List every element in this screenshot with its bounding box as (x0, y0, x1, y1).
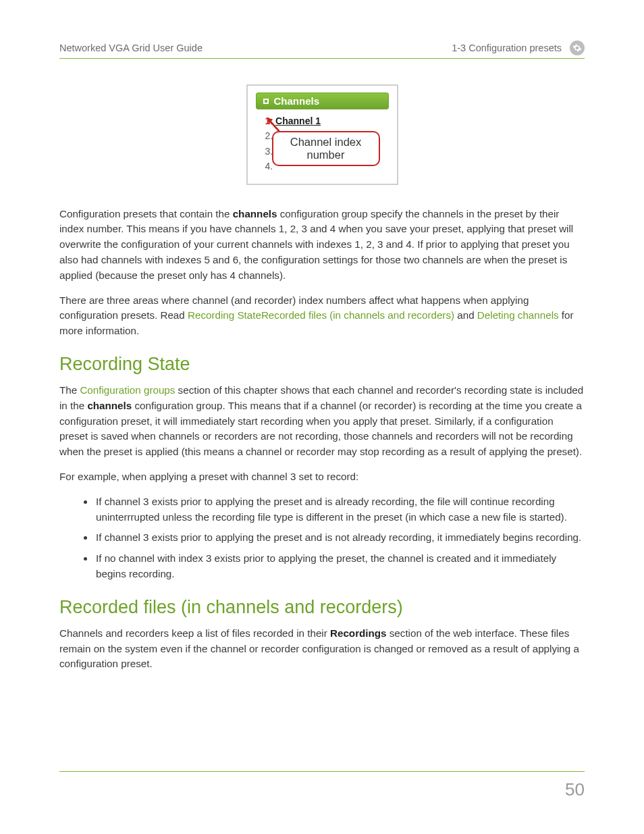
callout-box: Channel index number (272, 131, 380, 166)
paragraph-4: For example, when applying a preset with… (59, 469, 585, 485)
body-content: Configuration presets that contain the c… (59, 207, 585, 673)
bold-channels-1: channels (233, 208, 277, 219)
link-recorded-files[interactable]: Recorded files (in channels and recorder… (261, 309, 454, 321)
bold-channels-2: channels (87, 400, 132, 411)
link-deleting-channels[interactable]: Deleting channels (477, 309, 559, 321)
gear-icon (570, 41, 585, 55)
link-configuration-groups[interactable]: Configuration groups (80, 384, 175, 396)
example-bullet-list: If channel 3 exists prior to applying th… (59, 494, 585, 582)
channels-figure: Channels 1. Channel 1 2. 3. 4. Channel i… (246, 84, 398, 185)
paragraph-1: Configuration presets that contain the c… (59, 207, 585, 284)
paragraph-3: The Configuration groups section of this… (59, 383, 585, 460)
bold-recordings: Recordings (330, 627, 387, 639)
link-recording-state[interactable]: Recording State (188, 309, 261, 321)
paragraph-2: There are three areas where channel (and… (59, 293, 585, 339)
header-right-wrap: 1-3 Configuration presets (452, 41, 585, 55)
figure-wrap: Channels 1. Channel 1 2. 3. 4. Channel i… (59, 84, 585, 185)
page-header: Networked VGA Grid User Guide 1-3 Config… (59, 41, 585, 59)
channels-header-bar: Channels (256, 93, 389, 109)
footer-rule (59, 771, 585, 772)
heading-recorded-files: Recorded files (in channels and recorder… (59, 597, 585, 618)
square-bullet-icon (263, 99, 269, 104)
channels-header-label: Channels (274, 95, 320, 107)
paragraph-5: Channels and recorders keep a list of fi… (59, 626, 585, 672)
list-item: If channel 3 exists prior to applying th… (95, 530, 585, 546)
heading-recording-state: Recording State (59, 354, 585, 375)
channels-list: 1. Channel 1 2. 3. 4. Channel index numb… (256, 109, 389, 174)
channel-index-4: 4. (265, 161, 273, 172)
page-number: 50 (565, 779, 585, 800)
header-section-title: 1-3 Configuration presets (452, 43, 562, 53)
list-item: If channel 3 exists prior to applying th… (95, 494, 585, 525)
header-guide-title: Networked VGA Grid User Guide (59, 43, 203, 53)
list-item: If no channel with index 3 exists prior … (95, 551, 585, 582)
